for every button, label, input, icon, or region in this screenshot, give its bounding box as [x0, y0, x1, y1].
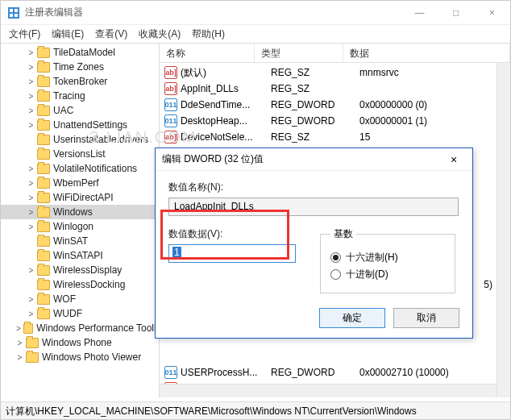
expand-icon[interactable] [27, 237, 35, 246]
expand-icon[interactable]: > [27, 310, 35, 318]
expand-icon[interactable]: > [15, 353, 24, 362]
tree-label: WOF [53, 293, 76, 305]
list-row[interactable]: 011DesktopHeap...REG_DWORD0x00000001 (1) [160, 113, 510, 129]
menu-favorites[interactable]: 收藏夹(A) [134, 26, 185, 43]
expand-icon[interactable] [27, 252, 35, 260]
tree-item[interactable]: >VolatileNotifications [1, 161, 159, 176]
folder-icon [37, 77, 50, 87]
expand-icon[interactable]: > [27, 266, 35, 275]
list-row[interactable]: ab](默认)REG_SZmnmsrvc [160, 64, 510, 81]
tree-item[interactable]: WirelessDocking [1, 277, 159, 292]
radio-dec[interactable]: 十进制(D) [330, 268, 445, 281]
tree-item[interactable]: >WOF [1, 292, 159, 306]
tree-item[interactable]: >Windows Phone [1, 335, 159, 350]
tree-label: Time Zones [53, 61, 104, 73]
tree-item[interactable]: WinSAT [1, 234, 159, 248]
folder-icon [26, 338, 39, 348]
list-row[interactable]: 011USERProcessH...REG_DWORD0x00002710 (1… [160, 364, 510, 380]
tree-item[interactable]: >Tracing [1, 89, 159, 103]
value-type: REG_SZ [271, 83, 359, 94]
radio-icon [330, 269, 341, 280]
svg-rect-2 [15, 9, 18, 12]
titlebar: 注册表编辑器 — □ × [1, 1, 510, 25]
expand-icon[interactable]: > [27, 179, 35, 188]
folder-icon [37, 120, 50, 131]
tree-item[interactable]: Userinstallable.drivers [1, 132, 159, 147]
tree-item[interactable]: >Winlogon [1, 219, 159, 234]
menubar: 文件(F) 编辑(E) 查看(V) 收藏夹(A) 帮助(H) [1, 25, 510, 43]
expand-icon[interactable]: > [27, 208, 35, 217]
value-type: REG_DWORD [271, 115, 359, 127]
expand-icon[interactable] [27, 135, 35, 144]
expand-icon[interactable]: > [15, 339, 24, 347]
tree-item[interactable]: >Time Zones [1, 60, 159, 74]
value-name: USERProcessH... [181, 367, 271, 378]
tree-item[interactable]: >WUDF [1, 306, 159, 321]
expand-icon[interactable]: > [27, 77, 35, 86]
expand-icon[interactable]: > [27, 164, 35, 173]
expand-icon[interactable]: > [27, 92, 35, 101]
tree-label: WinSAT [53, 235, 88, 247]
folder-icon [37, 106, 50, 116]
expand-icon[interactable]: > [27, 121, 35, 130]
value-data-input[interactable]: 1 [168, 244, 296, 263]
expand-icon[interactable]: > [27, 193, 35, 202]
tree-item[interactable]: >TileDataModel [1, 45, 159, 60]
list-row[interactable]: 011DdeSendTime...REG_DWORD0x00000000 (0) [160, 97, 510, 113]
tree-item[interactable]: >Windows Performance Toolk [1, 321, 159, 335]
cancel-button[interactable]: 取消 [393, 308, 459, 328]
menu-file[interactable]: 文件(F) [4, 26, 45, 43]
expand-icon[interactable] [27, 150, 35, 159]
dialog-titlebar[interactable]: 编辑 DWORD (32 位)值 × [156, 148, 472, 171]
folder-icon [37, 193, 50, 203]
expand-icon[interactable]: > [27, 106, 35, 115]
tree-item[interactable]: >Windows [1, 205, 159, 219]
value-name-field[interactable]: LoadAppInit_DLLs [168, 198, 459, 216]
value-type-icon: ab] [164, 131, 177, 143]
folder-icon [37, 164, 50, 174]
tree-label: WirelessDocking [53, 279, 125, 290]
folder-icon [37, 222, 50, 232]
tree-item[interactable]: >UAC [1, 103, 159, 118]
expand-icon[interactable]: > [27, 222, 35, 231]
expand-icon[interactable]: > [27, 295, 35, 304]
tree-item[interactable]: >WirelessDisplay [1, 263, 159, 277]
minimize-button[interactable]: — [401, 1, 438, 25]
dialog-close-button[interactable]: × [442, 153, 466, 166]
value-type: REG_DWORD [271, 367, 359, 378]
svg-rect-3 [10, 14, 13, 17]
tree-item[interactable]: >TokenBroker [1, 74, 159, 89]
tree-label: Windows Phone [42, 337, 112, 348]
tree-item[interactable]: WinSATAPI [1, 248, 159, 263]
menu-view[interactable]: 查看(V) [90, 26, 132, 43]
value-name: DeviceNotSele... [181, 131, 271, 143]
radio-hex[interactable]: 十六进制(H) [330, 251, 445, 264]
tree-item[interactable]: VersionsList [1, 147, 159, 161]
maximize-button[interactable]: □ [438, 1, 474, 25]
expand-icon[interactable]: > [27, 48, 35, 57]
expand-icon[interactable]: > [27, 63, 35, 72]
close-button[interactable]: × [474, 1, 510, 25]
tree-item[interactable]: >WbemPerf [1, 176, 159, 190]
ok-button[interactable]: 确定 [319, 308, 385, 328]
tree-item[interactable]: >UnattendSettings [1, 118, 159, 132]
tree-item[interactable]: >Windows Photo Viewer [1, 350, 159, 364]
col-type[interactable]: 类型 [255, 44, 343, 62]
registry-tree[interactable]: >TileDataModel>Time Zones>TokenBroker>Tr… [1, 44, 160, 397]
col-name[interactable]: 名称 [160, 44, 255, 62]
col-data[interactable]: 数据 [343, 44, 510, 62]
horizontal-scrollbar[interactable] [160, 384, 496, 397]
vertical-scrollbar[interactable] [496, 63, 510, 397]
folder-icon [37, 265, 50, 276]
radio-icon [330, 252, 341, 263]
menu-edit[interactable]: 编辑(E) [47, 26, 89, 43]
tree-item[interactable]: >WiFiDirectAPI [1, 190, 159, 205]
menu-help[interactable]: 帮助(H) [187, 26, 230, 43]
folder-icon [23, 323, 33, 334]
value-name-label: 数值名称(N): [168, 181, 459, 194]
expand-icon[interactable]: > [15, 324, 22, 333]
tree-label: Userinstallable.drivers [53, 134, 148, 145]
list-row[interactable]: ab]DeviceNotSele...REG_SZ15 [160, 129, 510, 145]
list-row[interactable]: ab]AppInit_DLLsREG_SZ [160, 81, 510, 97]
expand-icon[interactable] [27, 281, 35, 289]
